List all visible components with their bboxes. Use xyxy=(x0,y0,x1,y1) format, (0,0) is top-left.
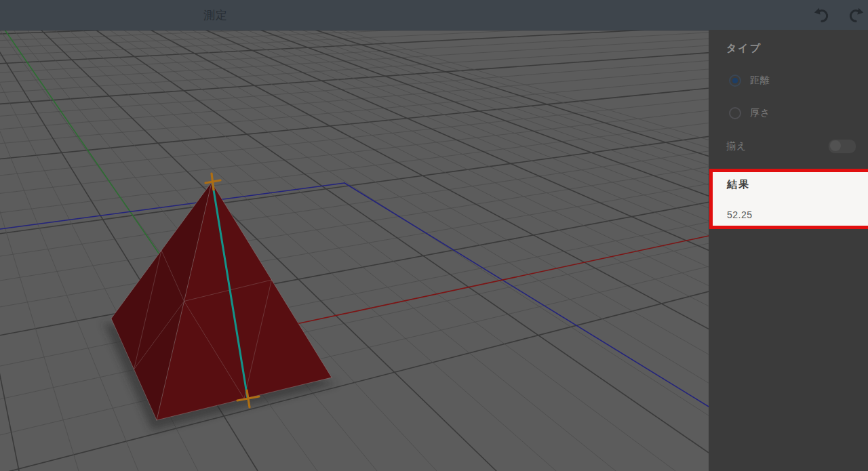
align-row: 揃え xyxy=(726,138,856,155)
radio-icon xyxy=(729,107,741,119)
radio-option-distance[interactable]: 距離 xyxy=(729,73,770,89)
radio-icon xyxy=(729,75,741,87)
app-window: 測定 タイプ 距離 厚さ 揃え xyxy=(0,0,868,471)
undo-button[interactable] xyxy=(813,6,832,25)
result-heading: 結果 xyxy=(727,178,868,191)
align-label: 揃え xyxy=(726,140,747,152)
align-toggle[interactable] xyxy=(828,139,856,154)
redo-icon xyxy=(847,7,865,24)
toggle-knob xyxy=(830,140,841,151)
radio-option-thickness-label: 厚さ xyxy=(750,107,770,119)
result-highlight-box: 結果 52.25 xyxy=(709,169,868,229)
radio-option-thickness[interactable]: 厚さ xyxy=(729,105,770,121)
topbar: 測定 xyxy=(0,0,868,30)
radio-option-distance-label: 距離 xyxy=(750,75,770,87)
measure-panel: タイプ 距離 厚さ 揃え xyxy=(709,30,868,471)
result-value: 52.25 xyxy=(727,209,868,220)
redo-button[interactable] xyxy=(847,6,866,25)
undo-icon xyxy=(813,7,831,24)
type-heading: タイプ xyxy=(726,42,762,55)
page-title: 測定 xyxy=(203,7,228,23)
